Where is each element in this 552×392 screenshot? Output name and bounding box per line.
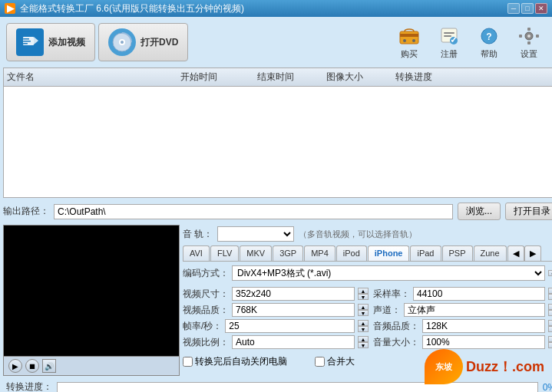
shutdown-label: 转换完后自动关闭电脑	[195, 355, 287, 368]
svg-text:?: ?	[486, 31, 491, 42]
content-area: 文件名 开始时间 结束时间 图像大小 转换进度 输出路径： 浏览... 打开目录	[3, 68, 549, 392]
settings-grid: 视频尺寸： ▲ ▼ 采样率： ▲	[183, 285, 552, 351]
encode-row: 编码方式： DivX4+MP3格式 (*.avi) ⊕	[183, 264, 552, 282]
buy-button[interactable]: 购买	[392, 24, 426, 61]
channel-up[interactable]: ▲	[548, 304, 552, 310]
svg-rect-2	[23, 38, 29, 40]
buy-label: 购买	[401, 48, 418, 60]
file-table-header: 文件名 开始时间 结束时间 图像大小 转换进度	[4, 68, 552, 87]
video-ratio-spin: ▲ ▼	[358, 336, 369, 348]
audio-bitrate-input[interactable]	[422, 319, 545, 333]
shutdown-checkbox-row: 转换完后自动关闭电脑	[183, 355, 287, 368]
watermark-area: 东坡 Duzz！.com	[425, 349, 544, 384]
app-icon: ▶	[5, 3, 15, 14]
volume-down[interactable]: ▼	[548, 342, 552, 348]
sample-rate-input[interactable]	[413, 287, 545, 301]
tab-ipad[interactable]: iPad	[410, 245, 441, 261]
sample-rate-row: 采样率： ▲ ▼	[373, 287, 552, 301]
buy-icon	[397, 25, 421, 47]
register-button[interactable]: ✓ 注册	[432, 24, 466, 61]
shutdown-checkbox[interactable]	[183, 357, 193, 367]
tab-more[interactable]: ◀	[507, 245, 524, 261]
tab-mp4[interactable]: MP4	[304, 245, 335, 261]
window-title: 全能格式转换工厂 6.6(试用版只能转换出五分钟的视频)	[20, 2, 503, 15]
encode-spin-icon: ⊕	[548, 270, 552, 276]
volume-input[interactable]	[422, 335, 545, 349]
maximize-button[interactable]: □	[521, 3, 534, 14]
fps-spin: ▲ ▼	[358, 320, 369, 332]
svg-rect-8	[400, 31, 418, 44]
sample-rate-down[interactable]: ▼	[548, 294, 552, 300]
audio-bitrate-up[interactable]: ▲	[548, 320, 552, 326]
preview-controls: ▶ ⏹ 🔊	[4, 356, 179, 375]
col-image-size: 图像大小	[314, 71, 375, 84]
sample-rate-up[interactable]: ▲	[548, 288, 552, 294]
svg-point-10	[403, 39, 406, 42]
output-path-bar: 输出路径： 浏览... 打开目录	[3, 201, 552, 222]
audio-bitrate-row: 音频品质： ▲ ▼	[373, 319, 552, 333]
tab-3gp[interactable]: 3GP	[273, 245, 303, 261]
audio-select[interactable]	[217, 226, 294, 242]
video-size-spin: ▲ ▼	[358, 288, 369, 300]
video-quality-down[interactable]: ▼	[358, 310, 369, 316]
toolbar-right-buttons: 购买 ✓ 注册 ?	[392, 24, 546, 61]
tab-mkv[interactable]: MKV	[240, 245, 272, 261]
settings-label: 设置	[521, 48, 537, 60]
svg-marker-1	[34, 37, 38, 44]
tab-zune[interactable]: Zune	[474, 245, 507, 261]
svg-text:✓: ✓	[450, 35, 458, 45]
channel-label: 声道：	[373, 304, 401, 317]
fps-input[interactable]	[225, 319, 355, 333]
open-dir-button[interactable]: 打开目录	[505, 203, 552, 220]
video-ratio-down[interactable]: ▼	[358, 342, 369, 348]
sample-rate-label: 采样率：	[373, 288, 410, 301]
tab-iphone[interactable]: iPhone	[368, 245, 410, 261]
encode-spin[interactable]: ⊕	[548, 270, 552, 276]
settings-button[interactable]: 设置	[512, 24, 546, 61]
video-size-up[interactable]: ▲	[358, 288, 369, 294]
channel-spin: ▲ ▼	[548, 304, 552, 316]
tab-psp[interactable]: PSP	[442, 245, 473, 261]
volume-button[interactable]: 🔊	[42, 359, 56, 373]
video-size-label: 视频尺寸：	[183, 288, 229, 301]
browse-button[interactable]: 浏览...	[458, 203, 501, 220]
video-quality-spin: ▲ ▼	[358, 304, 369, 316]
encode-select[interactable]: DivX4+MP3格式 (*.avi)	[232, 265, 545, 281]
tab-flv[interactable]: FLV	[210, 245, 239, 261]
video-size-down[interactable]: ▼	[358, 294, 369, 300]
volume-up[interactable]: ▲	[548, 336, 552, 342]
fps-down[interactable]: ▼	[358, 326, 369, 332]
audio-bitrate-spin: ▲ ▼	[548, 320, 552, 332]
help-button[interactable]: ? 帮助	[472, 24, 506, 61]
register-icon: ✓	[437, 25, 461, 47]
channel-input[interactable]	[404, 303, 545, 317]
video-ratio-up[interactable]: ▲	[358, 336, 369, 342]
volume-row: 音量大小： ▲ ▼	[373, 335, 552, 349]
preview-video	[4, 226, 179, 356]
file-table-body[interactable]	[4, 87, 552, 194]
audio-bitrate-down[interactable]: ▼	[548, 326, 552, 332]
channel-row: 声道： ▲ ▼	[373, 303, 552, 317]
left-panel: 文件名 开始时间 结束时间 图像大小 转换进度 输出路径： 浏览... 打开目录	[3, 68, 552, 392]
add-video-icon	[16, 28, 44, 56]
fps-up[interactable]: ▲	[358, 320, 369, 326]
merge-checkbox[interactable]	[315, 357, 325, 367]
tab-avi[interactable]: AVI	[183, 245, 210, 261]
add-video-button[interactable]: 添加视频	[6, 23, 95, 61]
video-quality-up[interactable]: ▲	[358, 304, 369, 310]
video-ratio-input[interactable]	[232, 335, 355, 349]
play-button[interactable]: ▶	[8, 359, 22, 373]
video-size-input[interactable]	[232, 287, 355, 301]
close-button[interactable]: ✕	[535, 3, 547, 14]
output-path-input[interactable]	[54, 204, 453, 219]
open-dvd-button[interactable]: 打开DVD	[98, 23, 188, 61]
tab-more2[interactable]: ▶	[524, 245, 541, 261]
minimize-button[interactable]: ─	[507, 3, 520, 14]
video-quality-input[interactable]	[232, 303, 355, 317]
preview-box: ▶ ⏹ 🔊	[3, 225, 180, 376]
channel-down[interactable]: ▼	[548, 310, 552, 316]
col-progress: 转换进度	[375, 71, 452, 84]
sample-rate-spin: ▲ ▼	[548, 288, 552, 300]
stop-button[interactable]: ⏹	[25, 359, 39, 373]
tab-ipod[interactable]: iPod	[336, 245, 367, 261]
